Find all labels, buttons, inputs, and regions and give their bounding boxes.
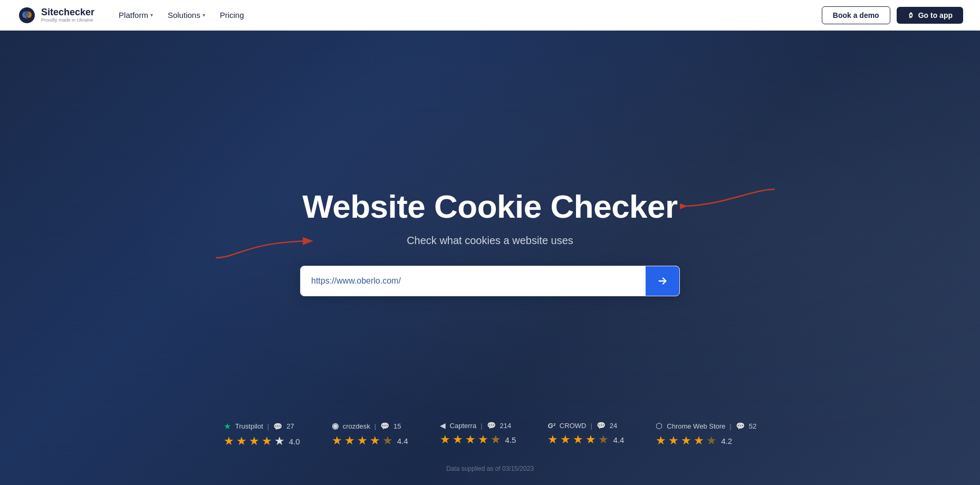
star-half: ★	[382, 434, 393, 448]
chevron-down-icon: ▾	[150, 12, 153, 18]
chrome-label: Chrome Web Store	[667, 422, 725, 430]
capterra-stars: ★ ★ ★ ★ ★ 4.5	[440, 433, 516, 447]
star-2: ★	[668, 434, 679, 448]
star-half: ★	[598, 433, 609, 447]
arrow-right-icon	[657, 275, 668, 287]
search-container	[300, 266, 680, 296]
chrome-stars: ★ ★ ★ ★ ★ 4.2	[656, 434, 732, 448]
hero-content: Website Cookie Checker Check what cookie…	[300, 188, 680, 296]
star-3: ★	[465, 433, 476, 447]
star-4: ★	[478, 433, 488, 447]
capterra-label: Capterra	[450, 422, 477, 430]
star-3: ★	[357, 434, 368, 448]
chat-icon: 💬	[597, 421, 606, 430]
star-4: ★	[370, 434, 380, 448]
rating-chrome-web-store: ⬡ Chrome Web Store | 💬 52 ★ ★ ★ ★ ★ 4.2	[656, 421, 756, 448]
star-2: ★	[453, 433, 463, 447]
crozdesk-icon: ◉	[332, 421, 339, 431]
data-note: Data supplied as of 03/15/2023	[0, 465, 980, 472]
right-arrow-decoration	[680, 184, 785, 226]
rocket-icon	[907, 12, 915, 19]
divider: |	[374, 422, 376, 430]
crozdesk-label: crozdesk	[343, 422, 370, 430]
star-2: ★	[344, 434, 355, 448]
search-submit-button[interactable]	[646, 266, 679, 296]
divider: |	[590, 422, 592, 430]
nav-platform-label: Platform	[119, 11, 148, 20]
divider: |	[481, 422, 482, 430]
left-arrow-decoration	[205, 221, 321, 263]
hero-section: Website Cookie Checker Check what cookie…	[0, 31, 980, 485]
star-half: ★	[491, 433, 501, 447]
rating-crozdesk: ◉ crozdesk | 💬 15 ★ ★ ★ ★ ★ 4.4	[332, 421, 408, 448]
chat-icon: 💬	[736, 422, 745, 430]
trustpilot-score: 4.0	[289, 437, 300, 446]
navbar-left: Sitechecker Proudly made in Ukraine Plat…	[17, 5, 249, 25]
crozdesk-count: 15	[393, 422, 401, 430]
logo[interactable]: Sitechecker Proudly made in Ukraine	[17, 5, 94, 25]
nav-solutions-label: Solutions	[168, 11, 200, 20]
nav-pricing-label: Pricing	[220, 11, 244, 20]
crozdesk-stars: ★ ★ ★ ★ ★ 4.4	[332, 434, 408, 448]
star-1: ★	[656, 434, 666, 448]
chat-icon: 💬	[273, 422, 282, 431]
chrome-score: 4.2	[721, 436, 732, 445]
rating-crozdesk-header: ◉ crozdesk | 💬 15	[332, 421, 401, 431]
logo-name: Sitechecker	[41, 7, 94, 18]
trustpilot-label: Trustpilot	[235, 422, 263, 430]
rating-capterra: ◀ Capterra | 💬 214 ★ ★ ★ ★ ★ 4.5	[440, 421, 516, 448]
rating-g2crowd-header: G² CROWD | 💬 24	[547, 421, 617, 430]
chrome-icon: ⬡	[656, 421, 662, 431]
nav-platform[interactable]: Platform ▾	[113, 7, 158, 23]
go-to-app-label: Go to app	[918, 11, 953, 20]
hero-title: Website Cookie Checker	[302, 188, 677, 225]
star-1: ★	[547, 433, 558, 447]
go-to-app-button[interactable]: Go to app	[897, 7, 963, 24]
divider: |	[267, 422, 269, 430]
capterra-icon: ◀	[440, 421, 446, 430]
star-3: ★	[249, 434, 260, 448]
star-2: ★	[560, 433, 571, 447]
g2crowd-stars: ★ ★ ★ ★ ★ 4.4	[547, 433, 624, 447]
g2-icon: G²	[547, 422, 555, 430]
rating-trustpilot: ★ Trustpilot | 💬 27 ★ ★ ★ ★ ★ 4.0	[224, 421, 300, 448]
chat-icon: 💬	[380, 422, 389, 430]
svg-point-2	[910, 14, 912, 16]
rating-capterra-header: ◀ Capterra | 💬 214	[440, 421, 512, 430]
star-half: ★	[706, 434, 717, 448]
g2crowd-label: CROWD	[560, 422, 587, 430]
chevron-down-icon: ▾	[203, 12, 205, 18]
star-4: ★	[262, 434, 272, 448]
logo-text: Sitechecker Proudly made in Ukraine	[41, 7, 94, 23]
star-1: ★	[224, 434, 234, 448]
rating-g2crowd: G² CROWD | 💬 24 ★ ★ ★ ★ ★ 4.4	[547, 421, 624, 448]
url-search-input[interactable]	[301, 268, 646, 294]
rating-trustpilot-header: ★ Trustpilot | 💬 27	[224, 421, 294, 431]
g2crowd-score: 4.4	[613, 435, 624, 444]
logo-tagline: Proudly made in Ukraine	[41, 17, 94, 23]
nav-solutions[interactable]: Solutions ▾	[162, 7, 210, 23]
capterra-count: 214	[500, 422, 512, 430]
nav-pricing[interactable]: Pricing	[215, 7, 249, 23]
chrome-count: 52	[749, 422, 756, 430]
star-3: ★	[681, 434, 691, 448]
capterra-score: 4.5	[505, 435, 516, 444]
navbar-right: Book a demo Go to app	[822, 6, 963, 24]
nav-links: Platform ▾ Solutions ▾ Pricing	[113, 7, 249, 23]
star-1: ★	[440, 433, 450, 447]
star-4: ★	[694, 434, 704, 448]
star-4: ★	[585, 433, 596, 447]
g2crowd-count: 24	[610, 422, 617, 430]
trustpilot-stars: ★ ★ ★ ★ ★ 4.0	[224, 434, 300, 448]
search-box	[300, 266, 680, 296]
chat-icon: 💬	[487, 421, 496, 430]
crozdesk-score: 4.4	[397, 436, 408, 445]
star-1: ★	[332, 434, 342, 448]
navbar: Sitechecker Proudly made in Ukraine Plat…	[0, 0, 980, 31]
book-demo-button[interactable]: Book a demo	[822, 6, 890, 24]
divider: |	[729, 422, 731, 430]
hero-subtitle: Check what cookies a website uses	[407, 235, 573, 247]
star-empty: ★	[274, 434, 285, 448]
trustpilot-count: 27	[286, 422, 294, 430]
ratings-section: ★ Trustpilot | 💬 27 ★ ★ ★ ★ ★ 4.0 ◉ croz…	[0, 421, 980, 448]
